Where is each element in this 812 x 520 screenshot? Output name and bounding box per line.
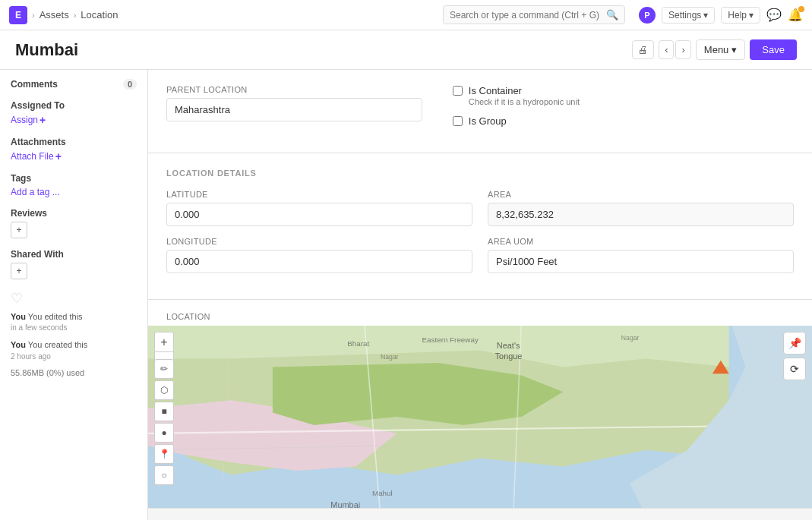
parent-location-input[interactable] bbox=[166, 98, 422, 121]
nav-right: P Settings ▾ Help ▾ 💬 🔔 bbox=[639, 7, 803, 24]
header-actions: 🖨 ‹ › Menu ▾ Save bbox=[632, 39, 797, 60]
refresh-map-button[interactable]: ⟳ bbox=[783, 358, 806, 380]
pencil-tool[interactable]: ✏ bbox=[154, 359, 174, 379]
user-avatar: P bbox=[639, 7, 656, 24]
sidebar: Comments 0 Assigned To Assign + Attachme… bbox=[0, 70, 148, 520]
sidebar-tags-section: Tags Add a tag ... bbox=[11, 173, 137, 197]
topnav: E › Assets › Location 🔍 P Settings ▾ Hel… bbox=[0, 0, 812, 30]
map-right-controls: 📌 ⟳ bbox=[783, 332, 806, 380]
circle-outline-tool[interactable]: ○ bbox=[154, 465, 174, 485]
pin-tool[interactable]: 📍 bbox=[154, 444, 174, 464]
is-container-item: Is Container Check if it is a hydroponic… bbox=[453, 85, 794, 106]
shared-with-label: Shared With bbox=[11, 249, 137, 260]
map-container[interactable]: Bharat Nagar Eastern Freeway Neat's Tong… bbox=[148, 326, 812, 508]
is-group-checkbox[interactable] bbox=[453, 116, 463, 126]
help-button[interactable]: Help ▾ bbox=[721, 7, 760, 24]
prev-button[interactable]: ‹ bbox=[659, 40, 674, 59]
area-uom-input[interactable] bbox=[488, 250, 794, 273]
parent-location-label: Parent Location bbox=[166, 85, 422, 94]
lat-area-row: Latitude Area bbox=[166, 190, 794, 226]
breadcrumb-location[interactable]: Location bbox=[81, 9, 118, 20]
assign-plus-icon: + bbox=[39, 114, 46, 126]
rectangle-tool[interactable]: ■ bbox=[154, 402, 174, 421]
attach-file-action[interactable]: Attach File + bbox=[11, 150, 137, 162]
area-uom-group: Area UOM bbox=[488, 237, 794, 273]
save-button[interactable]: Save bbox=[750, 39, 797, 60]
reviews-label: Reviews bbox=[11, 208, 137, 219]
breadcrumb-chevron-1: › bbox=[32, 11, 35, 20]
add-tag-action[interactable]: Add a tag ... bbox=[11, 187, 137, 197]
activity-heart-icon: ♡ bbox=[11, 290, 137, 307]
bell-dot bbox=[798, 6, 804, 12]
activity-created-time: 2 hours ago bbox=[11, 352, 137, 361]
area-label: Area bbox=[488, 190, 794, 199]
location-details-section: LOCATION DETAILS Latitude Area Longitude… bbox=[148, 153, 812, 300]
sidebar-shared-section: Shared With + bbox=[11, 249, 137, 279]
page-title: Mumbai bbox=[15, 40, 78, 60]
parent-location-section: Parent Location Is Container Check if it… bbox=[148, 70, 812, 153]
location-pin-button[interactable]: 📌 bbox=[783, 332, 806, 355]
add-shared-button[interactable]: + bbox=[11, 263, 27, 279]
search-bar[interactable]: 🔍 bbox=[443, 5, 625, 24]
settings-button[interactable]: Settings ▾ bbox=[662, 7, 715, 24]
map-label: Location bbox=[148, 300, 812, 321]
svg-text:Nagar: Nagar bbox=[381, 353, 399, 361]
is-container-label: Is Container bbox=[469, 85, 580, 96]
checkbox-group: Is Container Check if it is a hydroponic… bbox=[453, 85, 794, 127]
attach-plus-icon: + bbox=[55, 150, 62, 162]
search-input[interactable] bbox=[450, 10, 602, 20]
svg-text:Nagar: Nagar bbox=[621, 334, 640, 342]
activity-edited-time: in a few seconds bbox=[11, 323, 137, 332]
map-svg: Bharat Nagar Eastern Freeway Neat's Tong… bbox=[148, 326, 812, 508]
assign-action[interactable]: Assign + bbox=[11, 114, 137, 126]
is-group-item: Is Group bbox=[453, 115, 794, 127]
activity-section: ♡ You You edited this in a few seconds Y… bbox=[11, 290, 137, 377]
bell-icon[interactable]: 🔔 bbox=[788, 8, 803, 22]
map-drawing-tools: ✏ ⬡ ■ ● 📍 ○ bbox=[154, 359, 174, 485]
attachments-label: Attachments bbox=[11, 137, 137, 147]
storage-text: 55.86MB (0%) used bbox=[11, 368, 137, 377]
main-content: Parent Location Is Container Check if it… bbox=[148, 70, 812, 520]
chat-icon[interactable]: 💬 bbox=[766, 8, 782, 22]
is-container-checkbox[interactable] bbox=[453, 86, 463, 96]
activity-created-text: You You created this bbox=[11, 339, 137, 351]
sidebar-comments-section: Comments 0 bbox=[11, 79, 137, 90]
is-container-sub: Check if it is a hydroponic unit bbox=[469, 97, 580, 106]
circle-tool[interactable]: ● bbox=[154, 423, 174, 443]
longitude-group: Longitude bbox=[166, 237, 472, 273]
page-header: Mumbai 🖨 ‹ › Menu ▾ Save bbox=[0, 30, 812, 70]
svg-text:Bharat: Bharat bbox=[347, 339, 369, 348]
longitude-input[interactable] bbox=[166, 250, 472, 273]
next-button[interactable]: › bbox=[675, 40, 690, 59]
latitude-group: Latitude bbox=[166, 190, 472, 226]
comments-label: Comments 0 bbox=[11, 79, 137, 90]
activity-edited-item: You You edited this in a few seconds bbox=[11, 311, 137, 332]
breadcrumb-chevron-2: › bbox=[74, 11, 77, 20]
search-icon: 🔍 bbox=[606, 9, 618, 20]
activity-created-item: You You created this 2 hours ago bbox=[11, 339, 137, 360]
sidebar-reviews-section: Reviews + bbox=[11, 208, 137, 238]
svg-text:Mahul: Mahul bbox=[372, 489, 393, 497]
is-group-label: Is Group bbox=[469, 115, 507, 127]
parent-location-group: Parent Location bbox=[166, 85, 422, 127]
latitude-input[interactable] bbox=[166, 203, 472, 226]
sidebar-attachments-section: Attachments Attach File + bbox=[11, 137, 137, 162]
sidebar-assigned-section: Assigned To Assign + bbox=[11, 100, 137, 126]
svg-text:Neat's: Neat's bbox=[497, 341, 520, 350]
location-details-title: LOCATION DETAILS bbox=[166, 169, 794, 178]
comments-count: 0 bbox=[123, 79, 137, 90]
area-input[interactable] bbox=[488, 203, 794, 226]
breadcrumb-assets[interactable]: Assets bbox=[39, 9, 69, 20]
assigned-to-label: Assigned To bbox=[11, 100, 137, 111]
menu-button[interactable]: Menu ▾ bbox=[696, 39, 746, 60]
map-section: Location bbox=[148, 300, 812, 509]
tags-label: Tags bbox=[11, 173, 137, 184]
svg-text:Mumbai: Mumbai bbox=[330, 500, 360, 508]
app-icon: E bbox=[9, 6, 27, 24]
print-button[interactable]: 🖨 bbox=[632, 40, 654, 59]
zoom-in-button[interactable]: + bbox=[154, 332, 174, 351]
polygon-tool[interactable]: ⬡ bbox=[154, 380, 174, 400]
add-review-button[interactable]: + bbox=[11, 222, 27, 238]
activity-edited-text: You You edited this bbox=[11, 311, 137, 323]
area-uom-label: Area UOM bbox=[488, 237, 794, 246]
